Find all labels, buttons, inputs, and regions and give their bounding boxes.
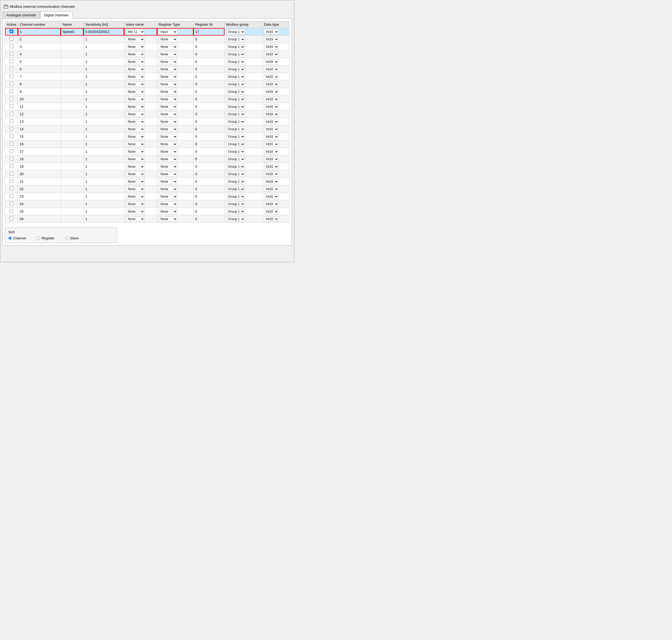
modbus-group-select-row-7[interactable]: Group 1	[226, 82, 245, 87]
modbus-group-select-row-17[interactable]: Group 1	[226, 157, 245, 162]
data-type-select-row-5[interactable]: Int16	[264, 67, 279, 72]
sort-radio-register[interactable]	[37, 236, 40, 240]
checkbox-row-8[interactable]	[10, 89, 13, 93]
slave-select-row-2[interactable]: None	[126, 44, 145, 49]
reg-type-select-row-22[interactable]: None	[159, 194, 177, 199]
modbus-group-select-row-25[interactable]: Group 1	[226, 216, 245, 222]
modbus-group-select-row-0[interactable]: Group 1	[226, 29, 245, 34]
checkbox-row-15[interactable]	[10, 142, 13, 145]
modbus-group-select-row-21[interactable]: Group 1	[226, 186, 245, 192]
checkbox-row-16[interactable]	[10, 149, 13, 153]
data-type-select-row-14[interactable]: Int16	[264, 134, 279, 139]
reg-type-select-row-18[interactable]: None	[159, 164, 177, 169]
slave-select-row-18[interactable]: None	[126, 164, 145, 169]
data-type-select-row-19[interactable]: Int16	[264, 172, 279, 177]
reg-type-select-row-20[interactable]: None	[159, 179, 177, 184]
modbus-group-select-row-4[interactable]: Group 1	[226, 59, 245, 64]
data-type-select-row-20[interactable]: Int16	[264, 179, 279, 184]
data-type-select-row-22[interactable]: Int16	[264, 194, 279, 199]
slave-select-row-9[interactable]: None	[126, 97, 145, 102]
tab-analogue[interactable]: Analogue channels	[2, 12, 40, 19]
data-type-select-row-1[interactable]: Int16	[264, 37, 279, 42]
modbus-group-select-row-3[interactable]: Group 1	[226, 52, 245, 57]
modbus-group-select-row-15[interactable]: Group 1	[226, 142, 245, 147]
modbus-group-select-row-9[interactable]: Group 1	[226, 97, 245, 102]
slave-select-row-10[interactable]: None	[126, 104, 145, 110]
checkbox-row-9[interactable]	[10, 97, 13, 101]
reg-type-select-row-12[interactable]: None	[159, 119, 177, 125]
sort-option-slave[interactable]: Slave	[65, 236, 79, 240]
data-type-select-row-2[interactable]: Int16	[264, 44, 279, 49]
modbus-group-select-row-2[interactable]: Group 1	[226, 44, 245, 49]
reg-type-select-row-10[interactable]: None	[159, 104, 177, 110]
sort-radio-channel[interactable]	[8, 236, 12, 240]
checkbox-row-0[interactable]	[10, 29, 13, 33]
checkbox-row-6[interactable]	[10, 74, 13, 78]
tab-digital[interactable]: Digital channels	[40, 12, 73, 19]
data-type-select-row-10[interactable]: Int16	[264, 104, 279, 110]
modbus-group-select-row-18[interactable]: Group 1	[226, 164, 245, 169]
data-type-select-row-24[interactable]: Int16	[264, 209, 279, 214]
checkbox-row-20[interactable]	[10, 179, 13, 183]
checkbox-row-19[interactable]	[10, 172, 13, 175]
reg-type-select-row-16[interactable]: None	[159, 149, 177, 154]
reg-type-select-row-13[interactable]: None	[159, 127, 177, 132]
checkbox-row-10[interactable]	[10, 104, 13, 108]
checkbox-row-23[interactable]	[10, 202, 13, 205]
checkbox-row-5[interactable]	[10, 67, 13, 71]
reg-type-select-row-0[interactable]: Input	[159, 29, 177, 34]
reg-type-select-row-25[interactable]: None	[159, 216, 177, 222]
slave-select-row-25[interactable]: None	[126, 216, 145, 222]
slave-select-row-12[interactable]: None	[126, 119, 145, 125]
checkbox-row-25[interactable]	[10, 217, 13, 220]
modbus-group-select-row-11[interactable]: Group 1	[226, 112, 245, 117]
reg-type-select-row-24[interactable]: None	[159, 209, 177, 214]
modbus-group-select-row-22[interactable]: Group 1	[226, 194, 245, 199]
slave-select-row-11[interactable]: None	[126, 112, 145, 117]
checkbox-row-1[interactable]	[10, 37, 13, 41]
checkbox-row-2[interactable]	[10, 44, 13, 48]
reg-type-select-row-6[interactable]: None	[159, 74, 177, 79]
slave-select-row-0[interactable]: IMx 11	[126, 29, 145, 34]
data-type-select-row-21[interactable]: Int16	[264, 186, 279, 192]
reg-type-select-row-3[interactable]: None	[159, 52, 177, 57]
modbus-group-select-row-19[interactable]: Group 1	[226, 172, 245, 177]
data-type-select-row-16[interactable]: Int16	[264, 149, 279, 154]
modbus-group-select-row-1[interactable]: Group 1	[226, 37, 245, 42]
slave-select-row-22[interactable]: None	[126, 194, 145, 199]
slave-select-row-21[interactable]: None	[126, 186, 145, 192]
slave-select-row-23[interactable]: None	[126, 201, 145, 207]
slave-select-row-15[interactable]: None	[126, 142, 145, 147]
data-type-select-row-18[interactable]: Int16	[264, 164, 279, 169]
data-type-select-row-25[interactable]: Int16	[264, 216, 279, 222]
checkbox-row-18[interactable]	[10, 164, 13, 168]
slave-select-row-14[interactable]: None	[126, 134, 145, 139]
reg-type-select-row-4[interactable]: None	[159, 59, 177, 64]
modbus-group-select-row-12[interactable]: Group 1	[226, 119, 245, 125]
reg-type-select-row-11[interactable]: None	[159, 112, 177, 117]
reg-type-select-row-8[interactable]: None	[159, 89, 177, 94]
checkbox-row-21[interactable]	[10, 187, 13, 190]
data-type-select-row-13[interactable]: Int16	[264, 127, 279, 132]
checkbox-row-22[interactable]	[10, 194, 13, 198]
data-type-select-row-9[interactable]: Int16	[264, 97, 279, 102]
checkbox-row-12[interactable]	[10, 119, 13, 123]
modbus-group-select-row-16[interactable]: Group 1	[226, 149, 245, 154]
data-type-select-row-8[interactable]: Int16	[264, 89, 279, 94]
checkbox-row-14[interactable]	[10, 134, 13, 138]
data-type-select-row-12[interactable]: Int16	[264, 119, 279, 125]
slave-select-row-1[interactable]: None	[126, 37, 145, 42]
modbus-group-select-row-14[interactable]: Group 1	[226, 134, 245, 139]
slave-select-row-6[interactable]: None	[126, 74, 145, 79]
slave-select-row-5[interactable]: None	[126, 67, 145, 72]
slave-select-row-13[interactable]: None	[126, 127, 145, 132]
data-type-select-row-0[interactable]: Int16	[264, 29, 279, 34]
checkbox-row-24[interactable]	[10, 209, 13, 213]
slave-select-row-3[interactable]: None	[126, 52, 145, 57]
data-type-select-row-4[interactable]: Int16	[264, 59, 279, 64]
modbus-group-select-row-23[interactable]: Group 1	[226, 201, 245, 207]
reg-type-select-row-21[interactable]: None	[159, 186, 177, 192]
checkbox-row-13[interactable]	[10, 127, 13, 131]
reg-type-select-row-1[interactable]: None	[159, 37, 177, 42]
reg-type-select-row-19[interactable]: None	[159, 172, 177, 177]
